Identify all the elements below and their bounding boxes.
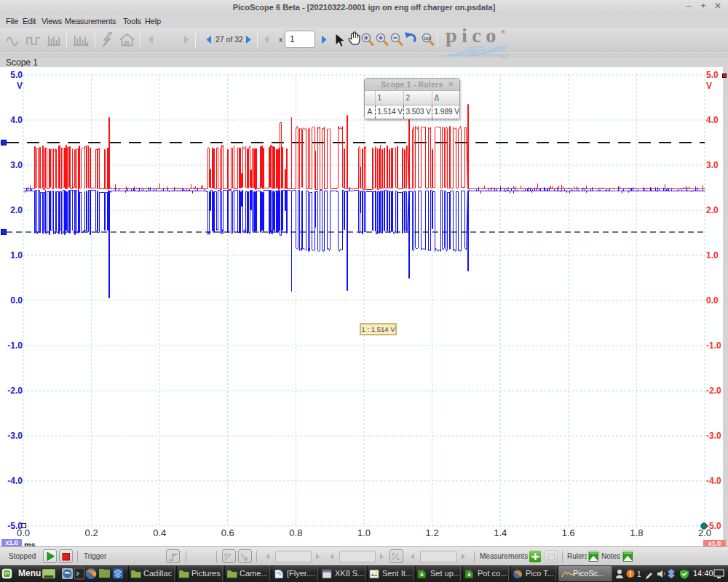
svg-text:1: 1 (637, 570, 641, 578)
svg-text:3.0: 3.0 (706, 160, 719, 170)
svg-text:2.0: 2.0 (706, 205, 719, 215)
svg-text:0.0: 0.0 (10, 295, 23, 306)
svg-text:-3.0: -3.0 (706, 431, 721, 441)
svg-text:V: V (706, 81, 712, 91)
svg-text:1.6: 1.6 (562, 527, 575, 538)
svg-text:5.0: 5.0 (706, 70, 719, 80)
svg-text:1.4: 1.4 (494, 527, 507, 538)
svg-text:1.0: 1.0 (357, 527, 371, 538)
svg-text:V: V (17, 81, 23, 91)
svg-text:-4.0: -4.0 (706, 476, 721, 486)
svg-text:0.0: 0.0 (706, 295, 719, 306)
svg-text:4.0: 4.0 (706, 115, 719, 125)
svg-text:4.0: 4.0 (10, 115, 23, 125)
svg-text:-1.0: -1.0 (706, 340, 721, 351)
svg-text:0.0: 0.0 (17, 527, 30, 538)
svg-text:1.2: 1.2 (426, 527, 439, 538)
svg-text:0.4: 0.4 (153, 527, 166, 538)
svg-text:1.0: 1.0 (10, 250, 23, 260)
svg-text:0.8: 0.8 (289, 527, 302, 538)
svg-text:-4.0: -4.0 (7, 476, 23, 486)
svg-text:-2.0: -2.0 (7, 386, 23, 396)
svg-text:-2.0: -2.0 (706, 386, 721, 396)
svg-text:2.0: 2.0 (10, 205, 23, 215)
svg-text:0.2: 0.2 (85, 527, 98, 538)
svg-text:5.0: 5.0 (10, 70, 23, 80)
svg-text:-3.0: -3.0 (7, 431, 23, 441)
svg-text:0.6: 0.6 (221, 527, 234, 538)
svg-text:3.0: 3.0 (10, 160, 23, 170)
svg-text:100: 100 (424, 36, 432, 41)
svg-text:1.0: 1.0 (706, 250, 719, 260)
svg-text:2.0: 2.0 (698, 527, 711, 538)
svg-text:1.8: 1.8 (630, 527, 643, 538)
svg-text:-1.0: -1.0 (7, 340, 23, 351)
